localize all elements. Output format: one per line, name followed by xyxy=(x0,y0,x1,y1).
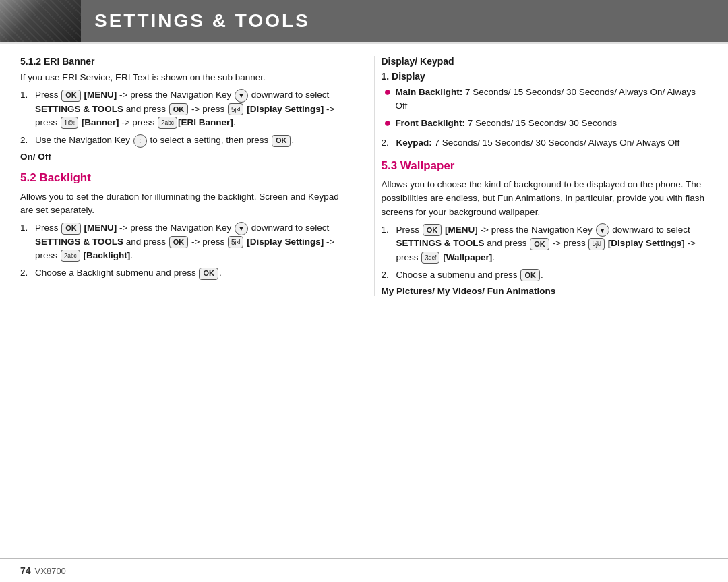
step-number-5: 1. xyxy=(382,223,396,264)
bullet-dot-1: ● xyxy=(384,84,392,100)
menu-label-2: [MENU] xyxy=(84,223,117,233)
section-512-para: If you use ERI Service, ERI Text is show… xyxy=(20,71,347,84)
section-52: 5.2 Backlight Allows you to set the dura… xyxy=(20,171,347,281)
section-512-heading: 5.1.2 ERI Banner xyxy=(20,56,347,67)
step-text-2: Use the Navigation Key ↕ to select a set… xyxy=(35,134,347,147)
main-content: 5.1.2 ERI Banner If you use ERI Service,… xyxy=(0,44,728,296)
section-53-step2: 2. Choose a submenu and press OK. xyxy=(382,268,708,282)
nav-key-2: ↕ xyxy=(133,134,147,148)
my-pictures-label: My Pictures/ My Videos/ Fun Animations xyxy=(382,286,708,296)
step-number-2: 2. xyxy=(20,134,35,147)
bullet-text-1: Main Backlight: 7 Seconds/ 15 Seconds/ 3… xyxy=(395,86,708,113)
ok-key-1: OK xyxy=(61,90,81,102)
menu-label-3: [MENU] xyxy=(445,225,478,235)
right-column: Display/ Keypad 1. Display ● Main Backli… xyxy=(374,56,708,296)
key-2-2: 2abc xyxy=(61,250,80,262)
page-header: SETTINGS & TOOLS xyxy=(0,0,728,42)
section-53-para: Allows you to choose the kind of backgro… xyxy=(382,178,708,219)
bullet-text-2: Front Backlight: 7 Seconds/ 15 Seconds/ … xyxy=(395,117,617,130)
page-number: 74 xyxy=(20,565,31,576)
step-number-3: 1. xyxy=(20,221,35,262)
section-512-step2: 2. Use the Navigation Key ↕ to select a … xyxy=(20,134,347,147)
main-backlight-label: Main Backlight: xyxy=(395,87,462,97)
front-backlight-label: Front Backlight: xyxy=(395,118,465,128)
header-image xyxy=(0,0,81,42)
keypad-num: 2. xyxy=(382,136,396,150)
key-1: 1@! xyxy=(61,117,78,129)
left-column: 5.1.2 ERI Banner If you use ERI Service,… xyxy=(20,56,354,296)
ok-key-2: OK xyxy=(169,103,189,115)
key-3: 3def xyxy=(421,252,439,264)
ok-key-5: OK xyxy=(169,236,189,248)
on-off-label: On/ Off xyxy=(20,152,347,162)
display-settings-label-2: [Display Settings] xyxy=(247,237,324,247)
key-5-2: 5jkl xyxy=(228,236,243,248)
key-2-1: 2abc xyxy=(158,117,177,129)
settings-tools-label-1: SETTINGS & TOOLS xyxy=(35,104,123,114)
section-512-step1: 1. Press OK [MENU] -> press the Navigati… xyxy=(20,88,347,129)
ok-key-9: OK xyxy=(520,269,540,281)
key-5-1: 5jkl xyxy=(228,103,243,115)
ok-key-3: OK xyxy=(272,135,291,147)
display-subheading: 1. Display xyxy=(382,71,708,82)
page-title: SETTINGS & TOOLS xyxy=(94,10,310,32)
section-52-para: Allows you to set the duration for illum… xyxy=(20,190,347,218)
nav-key-1: ▼ xyxy=(235,89,248,103)
step-text-5: Press OK [MENU] -> press the Navigation … xyxy=(396,223,708,264)
ok-key-6: OK xyxy=(199,268,218,280)
bullet-item-2: ● Front Backlight: 7 Seconds/ 15 Seconds… xyxy=(384,117,708,131)
display-keypad-heading: Display/ Keypad xyxy=(382,56,708,67)
step-text-4: Choose a Backlight submenu and press OK. xyxy=(35,266,347,280)
nav-key-4: ▼ xyxy=(596,223,609,237)
step-number-6: 2. xyxy=(382,268,396,282)
section-53: 5.3 Wallpaper Allows you to choose the k… xyxy=(382,159,708,296)
nav-key-3: ▼ xyxy=(235,222,248,235)
step-text-6: Choose a submenu and press OK. xyxy=(396,268,708,282)
step-text: Press OK [MENU] -> press the Navigation … xyxy=(35,88,347,129)
ok-key-4: OK xyxy=(61,223,81,235)
bullet-item-1: ● Main Backlight: 7 Seconds/ 15 Seconds/… xyxy=(384,86,708,113)
section-512: 5.1.2 ERI Banner If you use ERI Service,… xyxy=(20,56,347,162)
keypad-label: Keypad: xyxy=(396,138,432,148)
section-52-heading: 5.2 Backlight xyxy=(20,171,347,185)
wallpaper-label: [Wallpaper] xyxy=(443,252,492,262)
display-settings-label-3: [Display Settings] xyxy=(608,238,685,248)
bullet-dot-2: ● xyxy=(384,115,392,131)
section-53-heading: 5.3 Wallpaper xyxy=(382,159,708,173)
step-number: 1. xyxy=(20,88,35,129)
eri-banner-label: [ERI Banner] xyxy=(178,117,233,127)
display-settings-label-1: [Display Settings] xyxy=(247,104,324,114)
bullet-list: ● Main Backlight: 7 Seconds/ 15 Seconds/… xyxy=(384,86,708,131)
settings-tools-label-3: SETTINGS & TOOLS xyxy=(396,238,485,248)
ok-key-7: OK xyxy=(423,224,442,236)
page-footer: 74 VX8700 xyxy=(0,558,728,582)
menu-label-1: [MENU] xyxy=(84,90,117,100)
ok-key-8: OK xyxy=(530,238,549,250)
key-5-3: 5jkl xyxy=(588,238,604,250)
banner-label: [Banner] xyxy=(82,117,119,127)
keypad-numbered-item: 2. Keypad: 7 Seconds/ 15 Seconds/ 30 Sec… xyxy=(382,136,708,150)
step-number-4: 2. xyxy=(20,266,35,280)
backlight-label: [Backlight] xyxy=(84,250,131,260)
keypad-text: Keypad: 7 Seconds/ 15 Seconds/ 30 Second… xyxy=(396,136,708,150)
settings-tools-label-2: SETTINGS & TOOLS xyxy=(35,237,123,247)
header-title-bar: SETTINGS & TOOLS xyxy=(81,0,728,42)
section-52-step1: 1. Press OK [MENU] -> press the Navigati… xyxy=(20,221,347,262)
step-text-3: Press OK [MENU] -> press the Navigation … xyxy=(35,221,347,262)
model-number: VX8700 xyxy=(35,566,66,576)
section-52-step2: 2. Choose a Backlight submenu and press … xyxy=(20,266,347,280)
section-53-step1: 1. Press OK [MENU] -> press the Navigati… xyxy=(382,223,708,264)
